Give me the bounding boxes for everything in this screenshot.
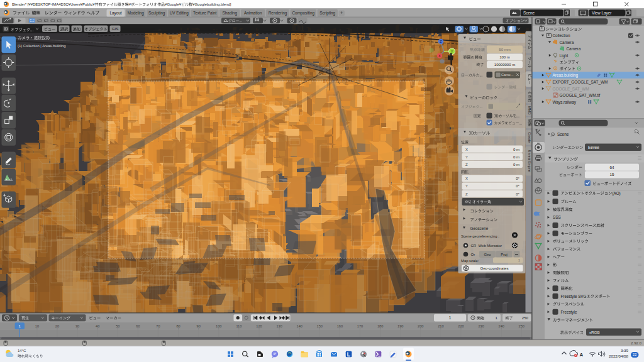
svg-text:Blender* [¥¥DESKTOP-IMA4D3C¥Us: Blender* [¥¥DESKTOP-IMA4D3C¥Users¥Public…	[12, 3, 95, 6]
svg-text:50: 50	[116, 324, 119, 328]
svg-text:X: X	[465, 148, 468, 151]
svg-text:X: X	[438, 54, 441, 58]
svg-text:140: 140	[297, 324, 303, 328]
svg-text:Collection: Collection	[553, 33, 571, 38]
svg-text:Camera: Camera	[567, 47, 581, 51]
svg-text:2022/04/08: 2022/04/08	[609, 354, 629, 358]
svg-text:120: 120	[256, 324, 262, 328]
svg-text:50 mm: 50 mm	[499, 48, 510, 52]
svg-text:2.92.0: 2.92.0	[631, 341, 642, 345]
svg-text:30: 30	[75, 324, 79, 328]
svg-text:Scripting: Scripting	[319, 11, 335, 16]
svg-text:SSS: SSS	[553, 215, 561, 219]
svg-text:Scene: Scene	[557, 132, 569, 136]
svg-text:Texture Paint: Texture Paint	[193, 11, 217, 15]
svg-text:0°: 0°	[516, 192, 519, 196]
svg-text:Eevee: Eevee	[588, 145, 599, 150]
svg-text:40: 40	[96, 324, 99, 328]
svg-text:20: 20	[55, 324, 59, 328]
svg-text:0°: 0°	[516, 177, 519, 180]
svg-text:Y: Y	[465, 155, 468, 159]
svg-text:(AO): (AO)	[612, 191, 620, 196]
svg-text:GOOGLE_SAT_WM: GOOGLE_SAT_WM	[553, 87, 589, 92]
svg-text:Map scale:: Map scale:	[461, 259, 479, 263]
svg-text:180: 180	[377, 324, 383, 328]
svg-text:UV Editing: UV Editing	[170, 11, 189, 16]
svg-text:64: 64	[609, 165, 614, 170]
svg-text:EXPORT_GOOGLE_SAT_WM: EXPORT_GOOGLE_SAT_WM	[553, 80, 608, 85]
svg-text:Scene georeferencing :: Scene georeferencing :	[461, 234, 499, 238]
svg-text:Proj: Proj	[501, 253, 507, 256]
svg-text:Layout: Layout	[109, 11, 121, 16]
svg-text:View Layer: View Layer	[592, 11, 612, 16]
svg-text:CR: CR	[471, 244, 477, 248]
svg-text:Geo-coordinates: Geo-coordinates	[480, 266, 508, 270]
svg-text:150: 150	[317, 324, 323, 328]
svg-text:Areas.building: Areas.building	[553, 73, 579, 78]
svg-text:Animation: Animation	[244, 11, 262, 15]
svg-text:3:39: 3:39	[621, 348, 629, 353]
svg-text:Camera: Camera	[560, 40, 574, 45]
svg-text:sRGB: sRGB	[589, 330, 600, 334]
svg-text:1: 1	[449, 315, 452, 320]
svg-text:Compositing: Compositing	[292, 11, 314, 16]
svg-text:MMD: MMD	[528, 106, 531, 114]
svg-text:Modeling: Modeling	[128, 11, 144, 16]
svg-text:Freestyle: Freestyle	[561, 310, 577, 315]
svg-text:160: 160	[337, 324, 343, 328]
svg-text:0 m: 0 m	[513, 148, 519, 151]
svg-text:0 m: 0 m	[513, 155, 519, 159]
svg-text:Unreal Engine: Unreal Engine	[528, 150, 531, 172]
svg-text:10000000 m: 10000000 m	[494, 63, 515, 67]
svg-text:Z: Z	[465, 163, 468, 167]
svg-text:Scene: Scene	[523, 11, 535, 15]
svg-text:Rendering: Rendering	[269, 11, 287, 16]
svg-text:250: 250	[519, 324, 525, 328]
svg-text:10: 10	[35, 324, 39, 328]
svg-text:Light: Light	[560, 53, 569, 58]
svg-text:Y: Y	[465, 184, 468, 188]
svg-text:Came...: Came...	[501, 73, 514, 77]
svg-text:¥Googlebuilding.blend]: ¥Googlebuilding.blend]	[192, 3, 231, 6]
svg-text:Freestyle SVG: Freestyle SVG	[561, 294, 587, 299]
svg-text:200: 200	[418, 324, 423, 328]
svg-text:X: X	[465, 177, 468, 180]
svg-text:220: 220	[458, 324, 464, 328]
svg-text:Shading: Shading	[223, 11, 238, 16]
svg-text:90: 90	[197, 324, 201, 328]
svg-text:Z: Z	[465, 192, 468, 196]
svg-text:190: 190	[397, 324, 403, 328]
svg-text:Geo: Geo	[484, 253, 491, 256]
svg-text:+: +	[340, 10, 343, 16]
svg-text:210: 210	[438, 324, 443, 328]
svg-text:80: 80	[176, 324, 180, 328]
svg-text:A: A	[580, 352, 584, 358]
svg-text:1: 1	[518, 258, 520, 262]
svg-text:60: 60	[136, 324, 140, 328]
svg-text:Ways.railway: Ways.railway	[553, 100, 577, 105]
svg-text:Web Mercator: Web Mercator	[479, 244, 502, 248]
svg-text:70: 70	[156, 324, 160, 328]
svg-text:Sculpting: Sculpting	[148, 11, 165, 16]
svg-text:¥Google¥: ¥Google¥	[165, 3, 182, 6]
svg-text:GIS: GIS	[112, 26, 119, 31]
svg-text:Geoscene: Geoscene	[470, 226, 489, 231]
svg-text:14°C: 14°C	[18, 349, 26, 353]
svg-text:1: 1	[18, 324, 21, 328]
svg-text:16: 16	[609, 172, 614, 177]
svg-text:GOOGLE_SAT_WM.tif: GOOGLE_SAT_WM.tif	[560, 93, 601, 98]
svg-text:Create: Create	[528, 132, 531, 143]
svg-text:0°: 0°	[516, 184, 519, 188]
svg-text:(1) Collection | Areas.buildin: (1) Collection | Areas.building	[18, 44, 66, 48]
svg-text:Or: Or	[471, 253, 475, 256]
svg-text:0 m: 0 m	[513, 163, 519, 167]
svg-text:170: 170	[357, 324, 363, 328]
svg-text:100: 100	[216, 324, 221, 328]
svg-text:250: 250	[522, 315, 529, 320]
svg-text:22: 22	[633, 353, 636, 356]
svg-text:240: 240	[499, 324, 504, 328]
svg-text:130: 130	[276, 324, 282, 328]
svg-text:110: 110	[236, 324, 242, 328]
svg-text:100 m: 100 m	[499, 55, 510, 59]
svg-text:230: 230	[478, 324, 484, 328]
